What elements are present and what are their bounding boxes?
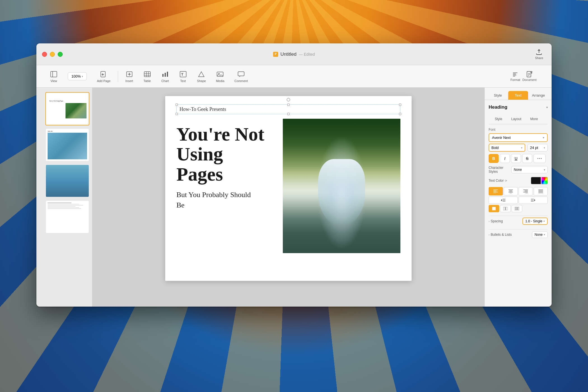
indent-decrease-icon [501,199,505,202]
col-1-button[interactable] [489,205,499,212]
tab-arrange[interactable]: Arrange [529,91,548,100]
bullets-chevron-indicator[interactable]: › [489,233,489,236]
font-weight-chevron: ▾ [521,146,522,149]
toolbar-addpage[interactable]: Add Page [92,68,115,85]
more-format-button[interactable] [533,154,546,163]
thumb4-line-4 [48,206,75,207]
handle-tr[interactable] [399,104,401,106]
sub-tab-style[interactable]: Style [491,116,506,122]
sub-heading: But You Probably Should Be [176,190,274,210]
share-label: Share [535,56,543,60]
toolbar-text[interactable]: T Text [174,68,192,85]
media-icon [216,70,224,78]
svg-rect-2 [101,71,105,77]
strikethrough-button[interactable]: S [522,154,532,163]
titlebar-center: P Untitled — Edited [273,52,315,57]
indent-increase-button[interactable] [519,197,548,204]
zoom-control[interactable]: 100% ▾ [68,72,87,80]
slide-thumb-4[interactable] [45,200,89,234]
minimize-button[interactable] [50,52,55,57]
svg-rect-58 [516,207,517,210]
main-area: 1 You're Not Using Pages 2 Add [36,88,552,307]
sub-tab-more[interactable]: More [526,116,542,122]
indent-row [489,197,548,204]
spacing-chevron-indicator[interactable]: › [489,220,489,223]
panel-sub-tabs: Style Layout More [489,114,548,124]
spacing-select[interactable]: 1.0 - Single ▾ [522,218,548,225]
toolbar-format[interactable]: Format [510,71,520,81]
font-size-chevron: ▾ [544,146,545,149]
spacing-label: › Spacing [489,219,503,223]
heading-line3: Pages [176,164,223,185]
thumb4-line-6 [48,208,81,209]
close-button[interactable] [42,52,47,57]
titlebar-right: Share [535,49,543,60]
tab-text[interactable]: Text [508,91,528,100]
header-text-frame[interactable]: How-To Geek Presents [176,104,400,114]
bullets-select[interactable]: None ▾ [532,231,548,238]
heading-chevron[interactable]: ▾ [546,106,548,109]
thumb3-content [46,165,89,197]
toolbar-view[interactable]: View [45,68,63,85]
align-left-button[interactable] [489,187,503,195]
color-swatch-black[interactable] [531,177,541,184]
bold-button[interactable]: B [489,154,499,163]
format-buttons: B I U S [489,154,548,163]
zoom-value: 100% [71,74,81,78]
spacing-row: › Spacing 1.0 - Single ▾ [489,216,548,227]
col-2-button[interactable] [500,205,511,212]
handle-bc[interactable] [287,113,290,115]
align-center-button[interactable] [504,187,518,195]
char-styles-select[interactable]: None ▾ [511,166,548,173]
toolbar-media[interactable]: Media [211,68,229,85]
maximize-button[interactable] [58,52,63,57]
italic-button[interactable]: I [500,154,510,163]
tab-style[interactable]: Style [488,91,508,100]
toolbar-insert[interactable]: Insert [120,68,138,85]
text-icon: T [179,70,187,78]
slide-thumb-2[interactable]: Add a title [45,128,89,162]
svg-rect-0 [51,71,57,77]
sub-tab-layout[interactable]: Layout [507,116,525,122]
font-weight-select[interactable]: Bold ▾ [489,144,525,152]
handle-tl[interactable] [176,104,178,106]
document-icon [526,71,533,77]
font-weight-value: Bold [491,146,499,150]
handle-tc[interactable] [287,104,290,106]
toolbar-table[interactable]: Table [138,68,156,85]
panel-top-tabs: Style Text Arrange [485,88,552,100]
svg-rect-23 [531,71,532,73]
svg-marker-49 [501,199,502,201]
toolbar-shape[interactable]: Shape [192,68,211,85]
toolbar-zoom[interactable]: 100% ▾ [63,70,92,83]
align-justify-button[interactable] [534,187,548,195]
handle-br[interactable] [399,113,401,115]
heading-label: Heading [489,104,507,110]
toolbar-chart[interactable]: Chart [156,68,174,85]
toolbar-comment[interactable]: Comment [229,68,253,85]
font-size-input[interactable]: 24 pt ▾ [528,144,548,151]
svg-rect-54 [492,207,496,210]
slide-thumb-1[interactable]: You're Not Using Pages [45,92,89,125]
slide-thumb-3[interactable] [45,164,89,198]
toolbar-comment-label: Comment [234,79,248,83]
table-icon [143,70,151,78]
chart-icon [161,70,169,78]
col-3-button[interactable] [512,205,522,212]
align-right-button[interactable] [519,187,533,195]
format-label: Format [510,78,520,81]
font-name-select[interactable]: Avenir Next ▾ [489,133,548,142]
indent-decrease-button[interactable] [489,197,518,204]
column-layout-row [489,205,548,212]
color-wheel[interactable] [542,177,548,184]
svg-rect-15 [167,72,168,77]
handle-bl[interactable] [176,113,178,115]
share-button[interactable]: Share [535,49,543,60]
svg-point-20 [218,73,220,74]
underline-button[interactable]: U [511,154,521,163]
toolbar-addpage-label: Add Page [97,79,110,83]
sub-text-line1: But You Probably Should [176,191,251,199]
toolbar-document[interactable]: Document [522,71,536,81]
waterfall-image [283,119,400,253]
text-color-row: Text Color ⟳ [489,177,548,184]
